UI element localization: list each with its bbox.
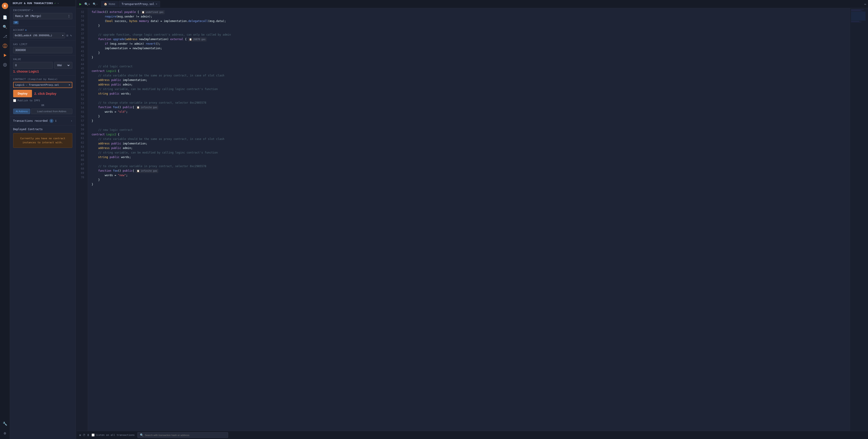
line-numbers: 3233343536373839404142434445464748495051…	[76, 8, 88, 431]
annotation-click-deploy: 2. click Deploy	[34, 92, 56, 95]
tab-close-icon[interactable]: ✕	[156, 2, 157, 5]
environment-dropdown[interactable]: Remix VM (Merge) ⋮	[13, 13, 72, 19]
value-unit-select[interactable]: Wei Gwei Finney Ether	[56, 63, 70, 67]
zoom-in-icon[interactable]: 🔍+	[84, 2, 91, 6]
panel-title: DEPLOY & RUN TRANSACTIONS ✓ ›	[13, 2, 59, 5]
value-row: Wei Gwei Finney Ether	[13, 62, 72, 69]
no-contracts-box: Currently you have no contract instances…	[13, 133, 72, 148]
environment-section: ENVIRONMENT ▾ Remix VM (Merge) ⋮ VM	[10, 7, 75, 27]
account-row: 0x5B3…eddc4 (99.9999999…) ▾ ⊡ ✎	[13, 33, 72, 38]
plugin-icon[interactable]	[1, 42, 9, 50]
left-panel: DEPLOY & RUN TRANSACTIONS ✓ › ENVIRONMEN…	[10, 0, 76, 439]
edit-icon[interactable]: ✎	[70, 33, 72, 38]
publish-ipfs-checkbox[interactable]	[13, 99, 16, 102]
account-plus-icon[interactable]: ⊕	[25, 29, 27, 31]
no-contracts-text: Currently you have no contract instances…	[20, 137, 65, 144]
icon-sidebar: R 📄 🔍 ⎇ 🔧 ⚙	[0, 0, 10, 439]
value-section: VALUE Wei Gwei Finney Ether 1. choose Lo…	[10, 56, 75, 76]
tx-count-display: 0	[87, 434, 89, 437]
debug-icon[interactable]	[1, 61, 9, 69]
account-label: ACCOUNT ⊕	[13, 29, 72, 31]
deploy-button[interactable]: Deploy	[13, 90, 32, 97]
panel-header: DEPLOY & RUN TRANSACTIONS ✓ ›	[10, 0, 75, 7]
copy-icon[interactable]: ⊡	[66, 33, 69, 38]
bottom-icons: ⊞ ⏱ 0	[80, 434, 89, 437]
transactions-section: Transactions recorded 0 ℹ ›	[10, 117, 75, 125]
tx-expand-icon[interactable]: ›	[71, 119, 72, 122]
home-icon: 🏠	[104, 2, 107, 6]
value-unit-dropdown[interactable]: Wei Gwei Finney Ether	[54, 62, 72, 69]
environment-chevron-icon: ⋮	[68, 14, 70, 18]
tx-title: Transactions recorded	[13, 119, 48, 122]
listen-label: listen on all transactions	[95, 434, 134, 437]
value-label: VALUE	[13, 58, 72, 61]
tx-count-badge: 0	[50, 119, 54, 123]
deployed-title: Deployed Contracts	[13, 128, 72, 131]
editor-area: 3233343536373839404142434445464748495051…	[76, 8, 868, 431]
check-icon: ✓	[55, 2, 56, 5]
load-contract-button[interactable]: Load contract from Addres	[31, 108, 72, 114]
contract-select[interactable]: Logic1 - TransparentProxy.sol ▾	[13, 82, 72, 88]
search-box[interactable]: 🔍	[137, 432, 228, 438]
value-input[interactable]	[13, 62, 53, 69]
top-bar: ▶ 🔍+ 🔍- 🏠 Home TransparentProxy.sol ✕ ⇔	[76, 0, 868, 8]
deployed-section: Deployed Contracts Currently you have no…	[10, 125, 75, 439]
file-icon[interactable]: 📄	[1, 13, 9, 21]
filter-icon[interactable]: ⊞	[80, 434, 81, 437]
at-address-button[interactable]: At Address	[13, 108, 30, 114]
tab-bar: 🏠 Home TransparentProxy.sol ✕	[101, 1, 160, 7]
contract-section: CONTRACT (Compiled by Remix) Logic1 - Tr…	[10, 76, 75, 117]
tab-home-label: Home	[108, 2, 115, 6]
account-select[interactable]: 0x5B3…eddc4 (99.9999999…) ▾	[13, 33, 65, 38]
expand-arrow-icon[interactable]: ›	[57, 2, 59, 4]
search-icon[interactable]: 🔍	[1, 23, 9, 31]
environment-value: Remix VM (Merge)	[15, 14, 41, 18]
code-content[interactable]: fallback() external payable {📋 undefined…	[88, 8, 850, 431]
resize-window-icon[interactable]: ⇔	[864, 2, 866, 6]
play-button[interactable]: ▶	[79, 1, 83, 7]
settings-plugin-icon[interactable]: 🔧	[1, 419, 9, 428]
git-icon[interactable]: ⎇	[1, 32, 9, 40]
account-chevron-icon: ▾	[62, 34, 64, 37]
listen-checkbox-row: listen on all transactions	[92, 434, 134, 437]
publish-label: Publish to IPFS	[18, 99, 40, 102]
publish-row: Publish to IPFS	[13, 99, 72, 102]
vm-badge: VM	[13, 21, 19, 24]
clock-icon[interactable]: ⏱	[83, 434, 86, 437]
gas-limit-label: GAS LIMIT	[13, 43, 72, 45]
environment-label: ENVIRONMENT ▾	[13, 9, 72, 11]
main-area: ▶ 🔍+ 🔍- 🏠 Home TransparentProxy.sol ✕ ⇔ …	[76, 0, 868, 439]
gear-icon[interactable]: ⚙	[1, 429, 9, 437]
gas-limit-section: GAS LIMIT	[10, 41, 75, 56]
search-input[interactable]	[145, 434, 226, 437]
account-section: ACCOUNT ⊕ 0x5B3…eddc4 (99.9999999…) ▾ ⊡ …	[10, 27, 75, 41]
search-icon: 🔍	[140, 433, 144, 437]
tx-info-icon[interactable]: ℹ	[55, 119, 57, 122]
deploy-run-icon[interactable]	[1, 51, 9, 59]
gas-limit-input[interactable]	[13, 47, 72, 53]
environment-info-icon[interactable]: ▾	[32, 9, 33, 11]
annotation-choose-logic: 1. choose Logic1	[13, 70, 72, 73]
account-value: 0x5B3…eddc4 (99.9999999…)	[15, 34, 52, 37]
zoom-out-icon[interactable]: 🔍-	[92, 2, 99, 6]
remix-logo: R	[1, 2, 9, 10]
contract-value: Logic1 - TransparentProxy.sol	[16, 84, 59, 86]
contract-label: CONTRACT (Compiled by Remix)	[13, 78, 72, 81]
contract-row: Logic1 - TransparentProxy.sol ▾	[13, 82, 72, 88]
at-address-row: At Address Load contract from Addres	[13, 108, 72, 114]
bottom-bar: ⊞ ⏱ 0 listen on all transactions 🔍	[76, 431, 868, 439]
tab-home[interactable]: 🏠 Home	[101, 1, 118, 7]
deploy-row: Deploy 2. click Deploy	[13, 90, 72, 97]
contract-chevron-icon: ▾	[68, 84, 70, 86]
logo-circle: R	[2, 3, 8, 9]
panel-title-text: DEPLOY & RUN TRANSACTIONS	[13, 2, 53, 5]
tab-active-label: TransparentProxy.sol	[122, 2, 154, 6]
tab-transparent-proxy[interactable]: TransparentProxy.sol ✕	[119, 1, 160, 7]
listen-all-tx-checkbox[interactable]	[92, 434, 95, 437]
tx-left: Transactions recorded 0 ℹ	[13, 119, 57, 123]
or-divider: OR	[13, 104, 72, 107]
minimap	[850, 8, 868, 431]
